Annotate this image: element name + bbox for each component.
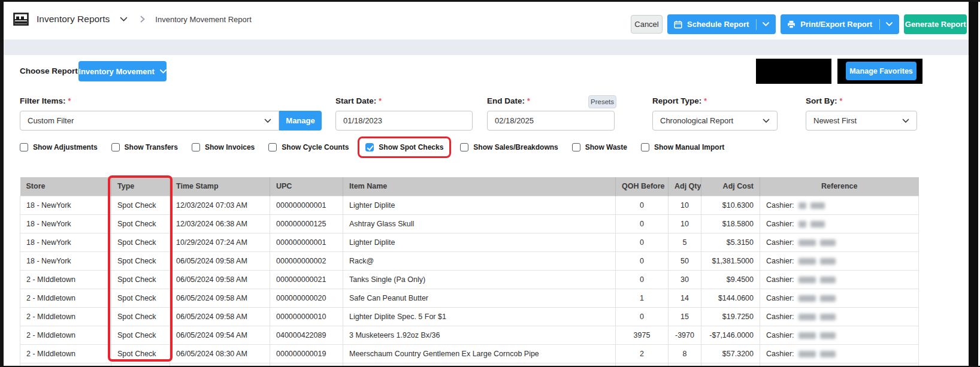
- checkbox-icon[interactable]: [192, 143, 200, 151]
- table-row[interactable]: 18 - NewYorkSpot Check10/29/2024 07:24 A…: [20, 233, 919, 251]
- column-header-time-stamp[interactable]: Time Stamp: [170, 177, 270, 196]
- redacted-cashier-name: [798, 221, 806, 228]
- checkbox-show-adjustments[interactable]: Show Adjustments: [20, 143, 98, 151]
- checkbox-show-waste[interactable]: Show Waste: [572, 143, 627, 151]
- cell-type: Spot Check: [111, 233, 170, 251]
- page-title: Inventory Reports: [37, 14, 110, 25]
- checkbox-icon[interactable]: [572, 143, 580, 151]
- redacted-cashier-name: [798, 277, 816, 283]
- required-marker: *: [68, 97, 71, 105]
- sort-by-label: Sort By:*: [806, 96, 842, 105]
- calendar-icon: [674, 20, 682, 29]
- date-presets-button[interactable]: Presets: [588, 95, 616, 108]
- cell-time-stamp: 12/03/2024 07:03 AM: [170, 196, 270, 214]
- cell-qoh-before: 0: [616, 214, 669, 233]
- generate-report-button[interactable]: Generate Report: [904, 14, 967, 34]
- inventory-shelf-icon: [13, 13, 29, 26]
- manage-filter-button[interactable]: Manage: [279, 111, 322, 131]
- checkbox-show-manual-import[interactable]: Show Manual Import: [641, 143, 724, 151]
- checkbox-show-cycle-counts[interactable]: Show Cycle Counts: [268, 143, 349, 151]
- redacted-cashier-name: [798, 239, 816, 246]
- checkbox-icon[interactable]: [365, 143, 374, 151]
- column-header-item-name[interactable]: Item Name: [343, 177, 616, 196]
- manage-favorites-button[interactable]: Manage Favorites: [846, 62, 917, 80]
- cell-adj-cost: -$7,146.0000: [701, 326, 760, 344]
- checkbox-show-transfers[interactable]: Show Transfers: [111, 143, 178, 151]
- cell-store: 18 - NewYork: [20, 196, 111, 214]
- checkbox-icon[interactable]: [641, 143, 649, 151]
- cell-qoh-before: 0: [616, 270, 669, 289]
- cell-qoh-before: 0: [616, 307, 669, 326]
- table-row[interactable]: 2 - MIddletownSpot Check06/05/2024 09:58…: [20, 289, 919, 307]
- report-type-select[interactable]: Chronological Report: [652, 111, 778, 131]
- checkbox-show-sales-breakdowns[interactable]: Show Sales/Breakdowns: [460, 143, 558, 151]
- column-header-adj-cost[interactable]: Adj Cost: [701, 177, 760, 196]
- cell-time-stamp: 12/03/2024 06:38 AM: [170, 214, 270, 233]
- column-header-store[interactable]: Store: [20, 177, 111, 196]
- table-row[interactable]: 2 - MIddletownSpot Check06/05/2024 09:58…: [20, 307, 919, 326]
- cancel-button[interactable]: Cancel: [631, 15, 663, 34]
- cell-time-stamp: 06/05/2024 09:58 AM: [170, 307, 270, 326]
- cell-reference: Cashier:: [760, 289, 919, 307]
- cell-upc: 000000000001: [270, 233, 343, 251]
- cell-adj-cost: $57.3200: [701, 344, 760, 363]
- cell-adj-cost: $144.0600: [701, 289, 760, 307]
- cell-reference: Cashier:: [760, 270, 919, 289]
- report-select-dropdown[interactable]: Inventory Movement: [78, 61, 167, 81]
- print-export-report-button[interactable]: Print/Export Report: [781, 14, 899, 34]
- reference-prefix: Cashier:: [766, 350, 794, 358]
- redacted-area: [756, 59, 831, 84]
- inventory-movement-table: StoreTypeTime StampUPCItem NameQOH Befor…: [20, 177, 919, 367]
- cell-time-stamp: 06/05/2024 08:30 AM: [170, 344, 270, 363]
- chevron-down-icon: [763, 119, 770, 123]
- checkbox-icon[interactable]: [268, 143, 277, 151]
- checkbox-icon[interactable]: [111, 143, 120, 151]
- cell-reference: Cashier:: [760, 233, 919, 251]
- show-options-row: Show Adjustments Show Transfers Show Inv…: [20, 138, 724, 156]
- cell-item-name: Meerschaum Country Gentlemen Ex Large Co…: [343, 344, 616, 363]
- sort-by-select[interactable]: Newest First: [806, 111, 917, 131]
- reference-prefix: Cashier:: [766, 313, 794, 321]
- table-row[interactable]: 18 - NewYorkSpot Check06/05/2024 09:58 A…: [20, 251, 919, 270]
- printer-icon: [787, 20, 796, 29]
- checkbox-icon[interactable]: [20, 143, 28, 151]
- column-header-reference[interactable]: Reference: [760, 177, 919, 196]
- redacted-cashier-name: [798, 258, 816, 265]
- cell-upc: 000000000001: [270, 196, 343, 214]
- breadcrumb-separator-icon: [140, 16, 145, 23]
- cell-upc: 000000000002: [270, 251, 343, 270]
- table-row[interactable]: 18 - NewYorkSpot Check12/03/2024 07:03 A…: [20, 196, 919, 214]
- column-header-type[interactable]: Type: [111, 177, 170, 196]
- start-date-input[interactable]: [335, 111, 473, 131]
- cell-adj-cost: $10.6300: [701, 196, 760, 214]
- cell-adj-qty: 8: [669, 344, 701, 363]
- cell-store: 2 - MIddletown: [20, 270, 111, 289]
- required-marker: *: [379, 97, 382, 105]
- filter-items-select[interactable]: Custom Filter: [20, 111, 279, 131]
- cell-time-stamp: 10/29/2024 07:24 AM: [170, 233, 270, 251]
- column-header-upc[interactable]: UPC: [270, 177, 343, 196]
- redacted-cashier-name: [810, 221, 825, 228]
- cell-adj-qty: 10: [669, 196, 701, 214]
- table-row[interactable]: 18 - NewYorkSpot Check12/03/2024 06:38 A…: [20, 214, 919, 233]
- checkbox-show-spot-checks[interactable]: Show Spot Checks: [358, 137, 451, 158]
- cell-store: 2 - MIddletown: [20, 307, 111, 326]
- end-date-input[interactable]: [487, 111, 615, 131]
- cell-item-name: Ashtray Glass Skull: [343, 214, 616, 233]
- column-header-adj-qty[interactable]: Adj Qty: [669, 177, 701, 196]
- chevron-down-icon[interactable]: [120, 17, 128, 22]
- cell-qoh-before: 3975: [616, 326, 669, 344]
- schedule-report-button[interactable]: Schedule Report: [667, 14, 776, 34]
- cell-upc: 000000000021: [270, 270, 343, 289]
- table-row[interactable]: 2 - MIddletownSpot Check06/05/2024 09:54…: [20, 326, 919, 344]
- chevron-down-icon[interactable]: [756, 19, 769, 30]
- checkbox-icon[interactable]: [460, 143, 468, 151]
- chevron-down-icon[interactable]: [879, 19, 893, 30]
- cell-reference: Cashier:: [760, 307, 919, 326]
- cell-type: Spot Check: [111, 326, 170, 344]
- checkbox-show-invoices[interactable]: Show Invoices: [192, 143, 255, 151]
- column-header-qoh-before[interactable]: QOH Before: [616, 177, 669, 196]
- table-row[interactable]: 2 - MIddletownSpot Check06/05/2024 08:30…: [20, 344, 919, 363]
- cell-upc: 000000000010: [270, 307, 343, 326]
- table-row[interactable]: 2 - MIddletownSpot Check06/05/2024 09:58…: [20, 270, 919, 289]
